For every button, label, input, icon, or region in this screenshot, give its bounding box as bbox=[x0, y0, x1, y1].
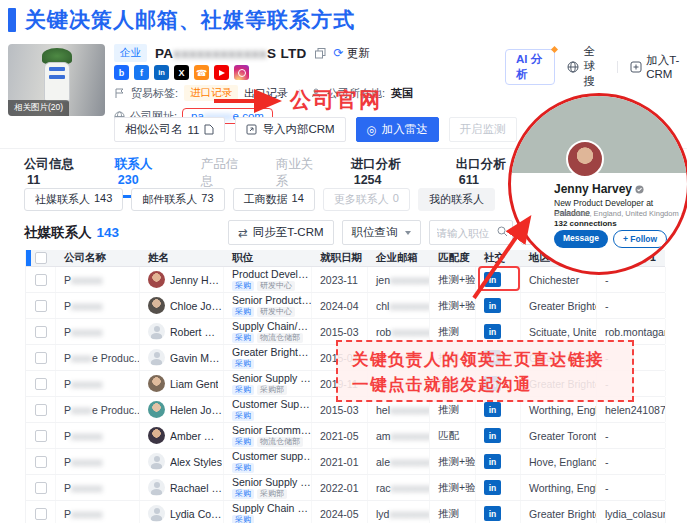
more-button[interactable]: More bbox=[672, 230, 687, 248]
pill-registry-data[interactable]: 工商数据14 bbox=[233, 188, 315, 211]
supp-email-cell: - bbox=[597, 423, 666, 448]
email-cell: chlxxxxxxxxl... bbox=[368, 293, 430, 318]
company-header-row: 企业 PAxxxxxxxxxxxxS LTD ⟳更新 bbox=[114, 44, 370, 62]
company-photo-thumbnail[interactable]: 相关图片(20) bbox=[8, 44, 105, 116]
row-checkbox[interactable] bbox=[35, 300, 47, 312]
x-twitter-icon[interactable]: X bbox=[174, 65, 189, 80]
start-monitoring-button[interactable]: 开启监测 bbox=[449, 117, 517, 142]
linkedin-icon[interactable]: in bbox=[484, 506, 501, 521]
company-cell: Pxxxxxx bbox=[56, 293, 140, 318]
table-row: Pxxxxxx Alex Styles Customer supply chai… bbox=[26, 449, 665, 475]
pill-social-contacts[interactable]: 社媒联系人143 bbox=[24, 188, 123, 211]
instagram-icon[interactable] bbox=[234, 65, 249, 80]
region-cell: Hove, England, Uni... bbox=[521, 449, 597, 474]
row-checkbox[interactable] bbox=[35, 378, 47, 390]
verified-icon bbox=[635, 185, 644, 194]
linkedin-icon[interactable]: in bbox=[484, 454, 501, 469]
linkedin-icon[interactable]: in bbox=[484, 402, 501, 417]
company-social-icons: b f in X ☎ bbox=[114, 65, 249, 80]
trade-flag-icon bbox=[114, 88, 125, 99]
company-cell: Pxxxxe Produc... bbox=[56, 345, 140, 370]
linkedin-icon[interactable]: in bbox=[154, 65, 169, 80]
supp-email-cell: lydia_colasurdo@... bbox=[597, 501, 666, 523]
page-title: 关键决策人邮箱、社媒等联系方式 bbox=[8, 6, 355, 34]
email-cell: lydxxxxxxxx... bbox=[368, 501, 430, 523]
message-button[interactable]: Message bbox=[554, 230, 608, 248]
website-callout-text: 公司官网 bbox=[290, 86, 382, 114]
linkedin-icon[interactable]: in bbox=[484, 428, 501, 443]
linkedin-icon[interactable]: in bbox=[484, 324, 501, 339]
table-row: Pxxxxxx Amber Whitty Senior Ecommerce & … bbox=[26, 423, 665, 449]
import-crm-button[interactable]: 导入内部CRM bbox=[235, 117, 345, 142]
name-cell: Jenny Harvey bbox=[140, 267, 224, 292]
social-cell: in bbox=[476, 449, 521, 474]
similar-company-button[interactable]: 相似公司名11 bbox=[114, 117, 225, 142]
table-row: Pxxxxxx Jenny Harvey Product Developer采购… bbox=[26, 267, 665, 293]
copy-icon[interactable] bbox=[315, 48, 326, 59]
category-tag: 采购 bbox=[232, 385, 254, 395]
name-cell: Robert Monta... bbox=[140, 319, 224, 344]
youtube-icon[interactable] bbox=[214, 65, 229, 80]
global-search-button[interactable]: 全球搜 bbox=[567, 44, 605, 89]
row-checkbox[interactable] bbox=[35, 404, 47, 416]
radar-icon: ◎ bbox=[367, 123, 377, 137]
join-tcrm-button[interactable]: 加入T-CRM bbox=[630, 53, 687, 80]
facebook-icon[interactable]: f bbox=[134, 65, 149, 80]
contact-type-pills: 社媒联系人143 邮件联系人73 工商数据14 更多联系人0 我的联系人 bbox=[24, 188, 495, 211]
company-cell: Pxxxxxx bbox=[56, 319, 140, 344]
linkedin-icon[interactable]: in bbox=[484, 480, 501, 495]
annotation-line: 关键负责人的领英主页直达链接 bbox=[352, 347, 632, 372]
pill-more-contacts[interactable]: 更多联系人0 bbox=[323, 188, 410, 211]
company-cell: Pxxxxxx bbox=[56, 423, 140, 448]
phone-icon[interactable]: ☎ bbox=[194, 65, 209, 80]
ai-analysis-button[interactable]: AI 分析 bbox=[505, 49, 555, 85]
row-checkbox[interactable] bbox=[35, 274, 47, 286]
linkedin-profile-callout: Jenny Harvey New Product Developer at Pa… bbox=[508, 93, 687, 275]
match-cell: 匹配 bbox=[430, 423, 476, 448]
pill-my-contacts[interactable]: 我的联系人 bbox=[418, 188, 495, 211]
position-cell: Supply Chain/Stock Control采购物流仓储部 bbox=[224, 319, 312, 344]
date-cell: 2024-05 bbox=[312, 501, 368, 523]
email-cell: jenxxxxxxxxa... bbox=[368, 267, 430, 292]
company-name: PAxxxxxxxxxxxxS LTD bbox=[155, 46, 307, 61]
join-radar-button[interactable]: ◎ 加入雷达 bbox=[356, 117, 439, 142]
position-cell: Senior Supply Chain Coordinator采购采购部 bbox=[224, 475, 312, 500]
social-cell: in bbox=[476, 423, 521, 448]
dept-tag: 研发中心 bbox=[257, 281, 295, 291]
table-row: Pxxxxxx Lydia Colasurdo Supply Chain Coo… bbox=[26, 501, 665, 523]
avatar bbox=[148, 323, 165, 340]
search-icon[interactable] bbox=[497, 226, 508, 237]
match-cell: 推测+验证 bbox=[430, 267, 476, 292]
region-cell: Worthing, England,... bbox=[521, 475, 597, 500]
position-cell: Senior Ecommerce & Supply Cha...采购物流仓储部 bbox=[224, 423, 312, 448]
dept-tag: 采购部 bbox=[257, 385, 287, 395]
export-records-tag[interactable]: 出口记录 bbox=[244, 86, 288, 101]
refresh-button[interactable]: ⟳更新 bbox=[334, 46, 370, 61]
name-cell: Amber Whitty bbox=[140, 423, 224, 448]
row-checkbox[interactable] bbox=[35, 352, 47, 364]
dept-tag: 采购部 bbox=[257, 489, 287, 499]
import-records-tag[interactable]: 进口记录 bbox=[184, 85, 238, 101]
select-all-checkbox[interactable] bbox=[35, 252, 47, 264]
row-checkbox[interactable] bbox=[35, 430, 47, 442]
company-cell: Pxxxxxx bbox=[56, 371, 140, 396]
profile-actions: Message + Follow More bbox=[554, 230, 687, 248]
trade-label: 贸易标签: bbox=[131, 86, 178, 101]
sync-to-tcrm-button[interactable]: ⇄同步至T-CRM bbox=[228, 220, 334, 245]
row-checkbox[interactable] bbox=[35, 482, 47, 494]
pill-email-contacts[interactable]: 邮件联系人73 bbox=[131, 188, 224, 211]
avatar bbox=[148, 297, 165, 314]
date-cell: 2021-01 bbox=[312, 449, 368, 474]
linkedin-icon[interactable]: in bbox=[484, 298, 501, 313]
row-checkbox[interactable] bbox=[35, 508, 47, 520]
name-cell: Liam Gent bbox=[140, 371, 224, 396]
row-checkbox[interactable] bbox=[35, 456, 47, 468]
follow-button[interactable]: + Follow bbox=[613, 230, 667, 248]
match-cell: 推测+验证 bbox=[430, 449, 476, 474]
bing-icon[interactable]: b bbox=[114, 65, 129, 80]
email-cell: alexxxxxxxxa... bbox=[368, 449, 430, 474]
position-search bbox=[429, 220, 513, 245]
position-query-dropdown[interactable]: 职位查询 bbox=[342, 220, 421, 245]
name-cell: Lydia Colasurdo bbox=[140, 501, 224, 523]
row-checkbox[interactable] bbox=[35, 326, 47, 338]
